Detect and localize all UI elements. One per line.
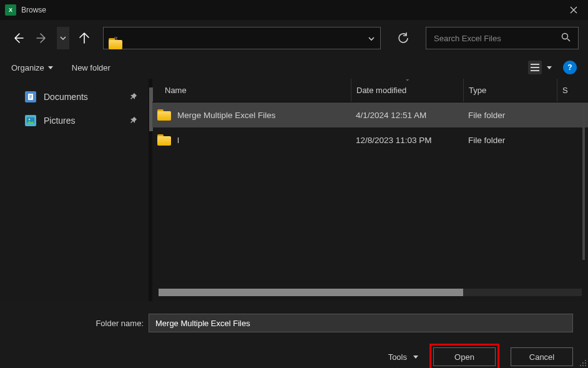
sidebar-item-label: Documents — [44, 92, 88, 102]
navigation-bar: « — [0, 20, 588, 56]
header-name[interactable]: Name — [152, 86, 351, 95]
file-name: Merge Multiple Excel Files — [177, 111, 276, 120]
up-button[interactable] — [76, 29, 93, 47]
column-headers: Name ⌄ Date modified Type S — [152, 79, 588, 102]
search-input[interactable] — [434, 34, 561, 43]
svg-point-7 — [580, 365, 581, 366]
chevron-down-icon — [413, 356, 418, 359]
content-area: Documents Pictures Name ⌄ Date modified … — [0, 79, 588, 301]
recent-locations-button[interactable] — [57, 27, 69, 49]
sort-indicator-icon: ⌄ — [405, 76, 410, 82]
folder-icon — [157, 134, 171, 146]
address-bar[interactable]: « — [103, 27, 381, 49]
sidebar-item-pictures[interactable]: Pictures — [0, 109, 149, 132]
refresh-button[interactable] — [391, 26, 416, 51]
horizontal-scroll-thumb[interactable] — [159, 289, 463, 296]
organize-button[interactable]: Organize — [11, 63, 53, 72]
svg-point-9 — [585, 365, 586, 366]
vertical-scroll-indicator[interactable] — [582, 104, 585, 260]
folder-name-label: Folder name: — [15, 319, 144, 328]
command-bar: Organize New folder ? — [0, 56, 588, 79]
svg-point-0 — [562, 33, 568, 39]
open-highlight: Open — [429, 344, 499, 368]
file-type: File folder — [463, 127, 557, 152]
sidebar-item-documents[interactable]: Documents — [0, 85, 149, 109]
window-title: Browse — [21, 6, 46, 14]
address-dropdown-icon[interactable] — [368, 32, 375, 44]
svg-point-6 — [585, 362, 586, 364]
folder-icon — [157, 109, 171, 121]
resize-grip[interactable] — [578, 358, 587, 367]
chevron-down-icon — [547, 66, 552, 69]
tools-button[interactable]: Tools — [388, 352, 418, 362]
back-button[interactable] — [9, 29, 27, 47]
sidebar-item-label: Pictures — [44, 116, 76, 126]
titlebar: X Browse — [0, 0, 588, 20]
header-date[interactable]: ⌄ Date modified — [351, 79, 463, 102]
documents-icon — [25, 91, 36, 102]
bottom-panel: Folder name: Tools Open Cancel — [0, 301, 588, 368]
view-mode-button[interactable] — [528, 61, 552, 74]
excel-icon: X — [5, 4, 16, 16]
chevron-down-icon — [48, 66, 53, 69]
list-view-icon — [528, 61, 542, 74]
folder-name-input[interactable] — [149, 314, 573, 332]
header-size[interactable]: S — [557, 79, 588, 102]
file-row[interactable]: l 12/8/2023 11:03 PM File folder — [152, 127, 588, 152]
header-type[interactable]: Type — [463, 79, 557, 102]
forward-button[interactable] — [33, 29, 51, 47]
cancel-button[interactable]: Cancel — [511, 347, 573, 366]
close-button[interactable] — [559, 0, 588, 20]
svg-point-4 — [585, 360, 586, 361]
pictures-icon — [25, 115, 36, 126]
file-row[interactable]: Merge Multiple Excel Files 4/1/2024 12:5… — [152, 102, 588, 127]
svg-point-8 — [582, 365, 584, 366]
horizontal-scrollbar[interactable] — [159, 289, 582, 296]
svg-point-3 — [29, 119, 31, 121]
organize-label: Organize — [11, 63, 44, 72]
new-folder-label: New folder — [72, 63, 110, 72]
pin-icon[interactable] — [130, 92, 137, 102]
file-date: 12/8/2023 11:03 PM — [351, 127, 463, 152]
pin-icon[interactable] — [130, 116, 137, 126]
search-icon[interactable] — [561, 32, 571, 44]
new-folder-button[interactable]: New folder — [72, 63, 110, 72]
search-box[interactable] — [426, 27, 579, 49]
help-button[interactable]: ? — [563, 61, 577, 74]
open-button[interactable]: Open — [433, 347, 496, 366]
navigation-pane: Documents Pictures — [0, 79, 152, 301]
file-date: 4/1/2024 12:51 AM — [351, 102, 463, 127]
svg-point-5 — [582, 362, 584, 364]
file-type: File folder — [463, 102, 557, 127]
tools-label: Tools — [388, 352, 407, 362]
file-list: Name ⌄ Date modified Type S Merge Multip… — [152, 79, 588, 301]
file-name: l — [177, 136, 179, 145]
